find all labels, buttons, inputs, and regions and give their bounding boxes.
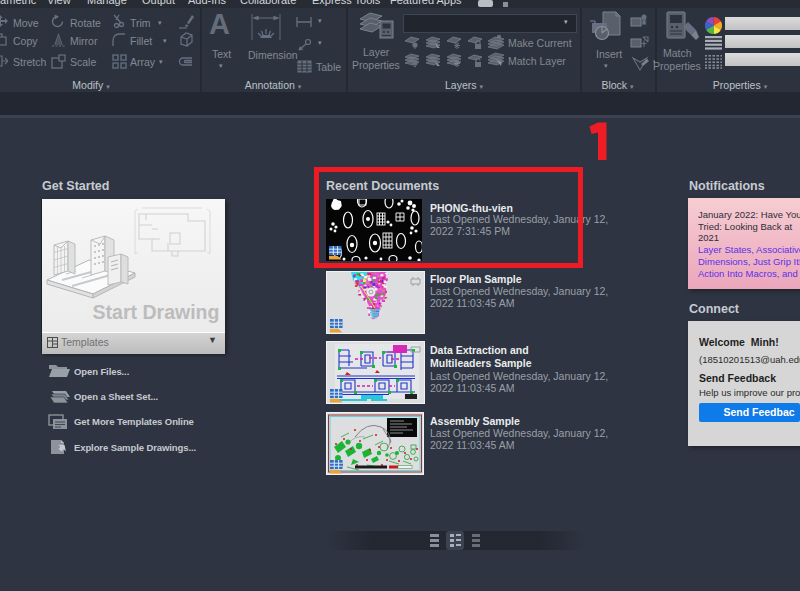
svg-text:Start Drawing: Start Drawing bbox=[93, 301, 220, 323]
